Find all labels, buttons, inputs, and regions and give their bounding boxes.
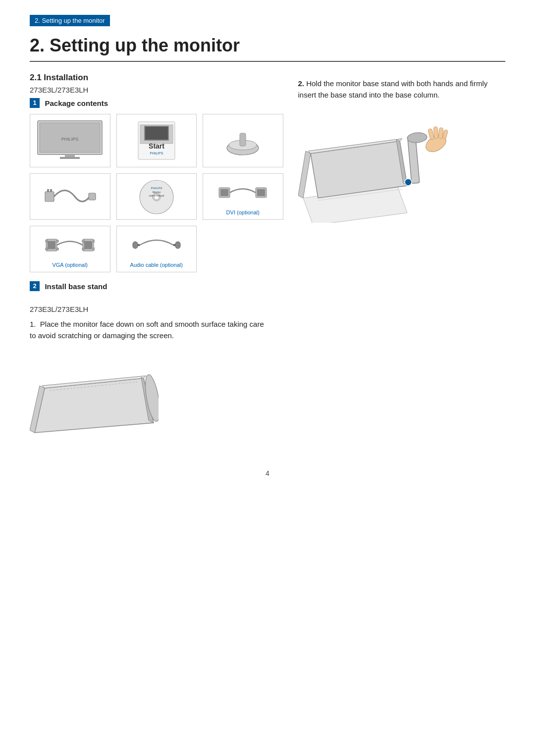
pkg-base [203, 114, 283, 167]
svg-rect-59 [433, 126, 438, 139]
section-installation: 2.1 Installation [30, 73, 283, 83]
svg-rect-35 [84, 241, 92, 249]
right-column: 2. Hold the monitor base stand with both… [298, 73, 506, 450]
base-illustration [223, 123, 263, 158]
install-base-label: Install base stand [45, 282, 107, 291]
svg-point-36 [82, 240, 85, 243]
svg-rect-25 [220, 189, 228, 196]
svg-text:Start: Start [149, 142, 164, 150]
cd-illustration: PHILIPS Monitor user's manual [137, 178, 176, 215]
power-cable-illustration [43, 179, 97, 214]
pkg-monitor: PHILIPS [30, 114, 110, 167]
svg-point-37 [82, 248, 85, 251]
step1-text: 1. Place the monitor face down on soft a… [30, 318, 268, 342]
pkg-audio: Audio cable (optional) [116, 226, 197, 272]
svg-text:PHILIPS: PHILIPS [151, 187, 162, 190]
svg-text:PHILIPS: PHILIPS [150, 151, 163, 155]
page-number: 4 [30, 469, 505, 477]
vga-illustration [45, 230, 95, 260]
svg-point-56 [407, 132, 428, 143]
left-column: 2.1 Installation 273E3L/273E3LH 1 Packag… [30, 73, 283, 450]
badge-1: 1 [30, 98, 40, 108]
svg-rect-58 [428, 128, 434, 140]
svg-point-39 [93, 248, 95, 251]
monitor-illustration: PHILIPS [33, 118, 107, 163]
vga-label: VGA (optional) [52, 262, 88, 268]
svg-rect-42 [173, 244, 175, 246]
pkg-vga: VGA (optional) [30, 226, 110, 272]
svg-rect-8 [145, 127, 168, 140]
step1-illustration [30, 349, 283, 450]
package-contents-label: Package contents [45, 99, 108, 107]
svg-point-32 [56, 240, 59, 243]
badge-package-contents: 1 Package contents [30, 98, 283, 108]
package-grid: PHILIPS Start PHILIPS [30, 114, 283, 272]
base-insert-svg [298, 109, 457, 223]
monitor-facedown-svg [30, 349, 159, 448]
step-section: 273E3L/273E3LH 1. Place the monitor face… [30, 305, 283, 450]
svg-rect-15 [47, 189, 49, 192]
model-label-2: 273E3L/273E3LH [30, 305, 283, 313]
badge-2: 2 [30, 281, 40, 291]
svg-rect-16 [50, 189, 52, 192]
page-title: 2. Setting up the monitor [30, 35, 505, 62]
audio-label: Audio cable (optional) [130, 262, 183, 268]
svg-rect-3 [60, 157, 80, 159]
dvi-illustration [218, 178, 268, 207]
svg-point-30 [46, 240, 48, 243]
svg-marker-52 [298, 151, 311, 198]
svg-rect-40 [133, 242, 138, 249]
model-label-1: 273E3L/273E3LH [30, 86, 283, 94]
svg-point-38 [93, 240, 95, 243]
svg-rect-27 [257, 189, 265, 196]
breadcrumb: 2. Setting up the monitor [30, 15, 110, 26]
pkg-power-cable [30, 173, 110, 220]
badge-install-base: 2 Install base stand [30, 281, 283, 291]
svg-rect-29 [48, 241, 55, 249]
svg-point-62 [405, 179, 412, 186]
svg-point-33 [56, 248, 59, 251]
svg-rect-43 [175, 242, 180, 249]
svg-text:user's manual: user's manual [149, 194, 164, 197]
svg-rect-55 [408, 138, 420, 183]
svg-point-31 [46, 248, 48, 251]
pkg-dvi: DVI (optional) [203, 173, 283, 220]
step2-illustration [298, 109, 506, 225]
quickstart-illustration: Start PHILIPS [134, 121, 179, 160]
dvi-label: DVI (optional) [226, 209, 260, 215]
svg-rect-14 [45, 192, 54, 202]
svg-text:Monitor: Monitor [152, 191, 160, 194]
audio-illustration [132, 230, 181, 260]
pkg-cd: PHILIPS Monitor user's manual [116, 173, 197, 220]
svg-rect-13 [240, 133, 246, 146]
pkg-quickstart: Start PHILIPS [116, 114, 197, 167]
svg-rect-17 [89, 193, 96, 200]
step2-text: 2. Hold the monitor base stand with both… [298, 78, 506, 101]
svg-text:PHILIPS: PHILIPS [61, 137, 79, 142]
svg-rect-41 [138, 244, 140, 246]
